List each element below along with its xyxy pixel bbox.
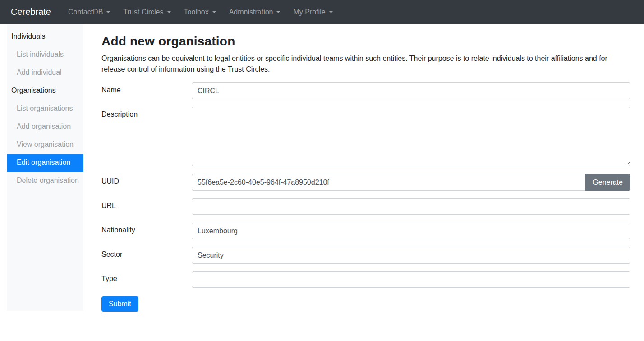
top-navbar: Cerebrate ContactDB Trust Circles Toolbo… [0,0,644,24]
uuid-input[interactable] [192,174,585,191]
nav-item-label: Toolbox [184,8,209,16]
sidebar-item-list-organisations[interactable]: List organisations [7,100,83,118]
nav-item-label: Admnistration [229,8,273,16]
name-label: Name [101,82,192,94]
url-input[interactable] [192,198,630,215]
sector-input[interactable] [192,247,630,264]
sidebar-item-delete-organisation[interactable]: Delete organisation [7,172,83,190]
chevron-down-icon [212,11,216,13]
form-row-nationality: Nationality [101,223,630,239]
nav-item-my-profile[interactable]: My Profile [287,5,339,20]
nav-item-toolbox[interactable]: Toolbox [178,5,223,20]
sidebar-item-add-organisation[interactable]: Add organisation [7,118,83,136]
nav-item-contactdb[interactable]: ContactDB [62,5,117,20]
chevron-down-icon [329,11,333,13]
form-row-description: Description [101,107,630,166]
nav-item-label: Trust Circles [123,8,163,16]
chevron-down-icon [276,11,281,13]
type-label: Type [101,271,192,283]
sidebar: Individuals List individuals Add individ… [7,24,83,311]
nav-item-administration[interactable]: Admnistration [223,5,287,20]
form-row-name: Name [101,82,630,99]
page-title: Add new organisation [101,34,630,49]
page-description: Organisations can be equivalent to legal… [101,53,616,75]
chevron-down-icon [106,11,110,13]
nav-item-label: My Profile [293,8,325,16]
description-label: Description [101,107,192,118]
sidebar-header-individuals: Individuals [7,27,83,45]
form-row-uuid: UUID Generate [101,174,630,191]
sidebar-header-organisations: Organisations [7,82,83,100]
description-textarea[interactable] [192,107,630,166]
nationality-label: Nationality [101,223,192,234]
organisation-form: Name Description UUID Generate URL [101,82,630,312]
nav-item-trust-circles[interactable]: Trust Circles [117,5,177,20]
submit-button[interactable]: Submit [101,296,138,312]
uuid-label: UUID [101,174,192,186]
form-row-sector: Sector [101,247,630,264]
type-input[interactable] [192,271,630,288]
form-row-url: URL [101,198,630,215]
sidebar-item-view-organisation[interactable]: View organisation [7,136,83,154]
nationality-input[interactable] [192,223,630,239]
sidebar-item-list-individuals[interactable]: List individuals [7,45,83,64]
name-input[interactable] [192,82,630,99]
generate-uuid-button[interactable]: Generate [585,174,630,191]
nav-item-label: ContactDB [68,8,103,16]
chevron-down-icon [167,11,171,13]
form-row-type: Type [101,271,630,288]
left-gutter [0,24,7,341]
sector-label: Sector [101,247,192,259]
sidebar-item-add-individual[interactable]: Add individual [7,64,83,82]
url-label: URL [101,198,192,210]
sidebar-item-edit-organisation[interactable]: Edit organisation [7,154,83,172]
navbar-brand[interactable]: Cerebrate [11,7,51,17]
main-content: Add new organisation Organisations can b… [83,24,644,341]
navbar-menu: ContactDB Trust Circles Toolbox Admnistr… [62,5,340,20]
